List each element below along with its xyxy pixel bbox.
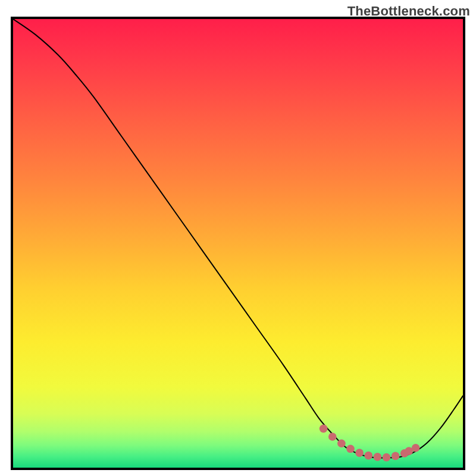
highlight-dot: [346, 445, 355, 453]
highlight-dot: [337, 439, 346, 447]
watermark-text: TheBottleneck.com: [347, 4, 470, 19]
main-curve-path: [13, 19, 463, 458]
plot-svg: [13, 19, 463, 468]
highlight-dots-group: [320, 425, 420, 462]
plot-area: [11, 17, 465, 470]
highlight-dot: [412, 444, 420, 452]
highlight-dot: [364, 452, 372, 460]
chart-container: TheBottleneck.com: [0, 0, 476, 476]
highlight-dot: [328, 433, 337, 441]
highlight-dot: [355, 449, 364, 457]
highlight-dot: [383, 453, 391, 462]
highlight-dot: [392, 452, 400, 461]
highlight-dot: [320, 425, 328, 433]
highlight-dot: [374, 453, 382, 461]
